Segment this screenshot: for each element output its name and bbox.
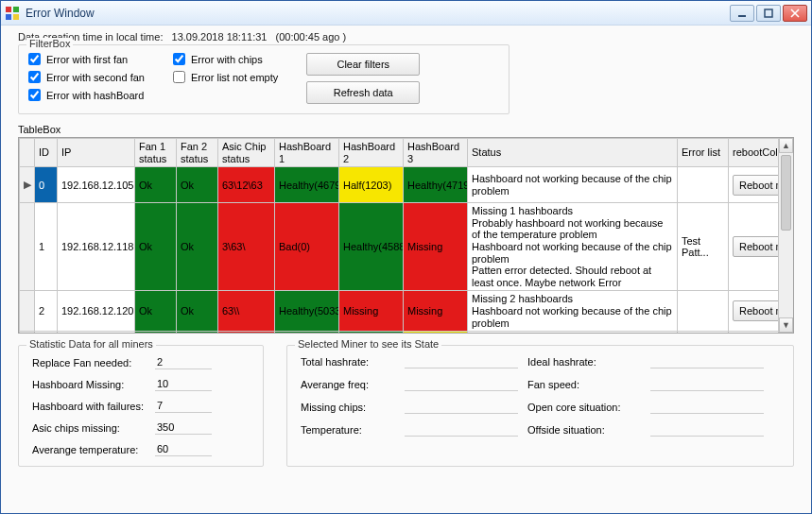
checkbox-error-chips[interactable]: Error with chips [173,53,278,65]
cell-reboot: Reboot miner [729,291,779,332]
table-row[interactable]: ▶0192.168.12.105OkOk63\12\63Healthy(4679… [20,167,779,203]
scroll-up-arrow-icon[interactable]: ▲ [779,138,793,153]
cell-asic[interactable]: 63\\ [218,291,275,332]
filter-box-legend: FilterBox [26,38,73,49]
cell-id[interactable]: 1 [35,203,58,291]
cell-hb2[interactable]: Healthy(4536) [339,332,404,333]
cell-hb2[interactable]: Half(1203) [339,167,404,203]
checkbox-label: Error with hashBoard [46,90,144,101]
checkbox-error-second-fan[interactable]: Error with second fan [28,71,145,83]
creation-time-ago: (00:00:45 ago ) [276,31,347,43]
svg-rect-1 [13,7,19,12]
cell-error-list[interactable] [678,167,729,203]
checkbox-input[interactable] [28,89,41,101]
cell-asic[interactable]: 63\63\60 [218,332,275,333]
table-row[interactable]: 1192.168.12.118OkOk3\63\Bad(0)Healthy(45… [20,203,779,291]
scroll-track[interactable] [779,153,793,317]
cell-fan1[interactable]: Ok [135,291,177,332]
reboot-miner-button[interactable]: Reboot miner [733,300,778,321]
cell-ip[interactable]: 192.168.12.144 [58,332,135,333]
checkbox-error-hashboard[interactable]: Error with hashBoard [28,89,145,101]
checkbox-input[interactable] [28,71,41,83]
cell-fan2[interactable]: Ok [177,167,218,203]
row-header[interactable] [20,291,35,332]
cell-hb1[interactable]: Healthy(4379) [275,332,339,333]
cell-status[interactable]: Missing 2 hashboards Hashboard not worki… [468,291,678,332]
table-header-row: ID IP Fan 1 status Fan 2 status Asic Chi… [20,139,779,167]
cell-status[interactable]: Missing 1 hashboards Probably hashboard … [468,203,678,291]
checkbox-input[interactable] [173,53,185,65]
missing-chips-value [405,401,518,414]
scroll-down-arrow-icon[interactable]: ▼ [779,317,793,333]
cell-ip[interactable]: 192.168.12.120 [58,291,135,332]
checkbox-input[interactable] [173,71,185,83]
cell-fan1[interactable]: Ok [135,167,177,203]
checkbox-error-list-not-empty[interactable]: Error list not empty [173,71,278,83]
cell-hb2[interactable]: Healthy(4588) [339,203,404,291]
cell-error-list[interactable] [678,291,729,332]
cell-hb1[interactable]: Healthy(5033) [275,291,339,332]
cell-ip[interactable]: 192.168.12.118 [58,203,135,291]
refresh-data-button[interactable]: Refresh data [306,81,420,104]
cell-id[interactable]: 2 [35,291,58,332]
cell-hb3[interactable]: Missing [404,203,468,291]
cell-id[interactable]: 3 [35,332,58,333]
selected-miner-legend: Selected Miner to see its State [295,338,441,350]
row-header[interactable]: ▶ [20,167,35,203]
maximize-button[interactable] [756,5,781,22]
col-id[interactable]: ID [35,139,58,167]
close-button[interactable] [783,5,807,22]
cell-fan2[interactable]: Ok [177,203,218,291]
col-asic[interactable]: Asic Chip status [218,139,275,167]
cell-asic[interactable]: 63\12\63 [218,167,275,203]
cell-hb2[interactable]: Missing [339,291,404,332]
missing-chips-label: Missing chips: [301,402,395,413]
checkbox-error-first-fan[interactable]: Error with first fan [28,53,145,65]
col-hb3[interactable]: HashBoard 3 [404,139,468,167]
offside-label: Offside situation: [527,424,641,436]
col-hb1[interactable]: HashBoard 1 [275,139,339,167]
svg-rect-3 [13,14,19,20]
window-frame: Error Window Data creation time in local… [0,0,812,514]
cell-fan2[interactable]: Ok [177,291,218,332]
open-core-value [650,401,764,414]
checkbox-label: Error with first fan [46,54,128,65]
cell-status[interactable]: Hashboard not working because of the chi… [468,167,678,203]
cell-ip[interactable]: 192.168.12.105 [58,167,135,203]
table-row[interactable]: 2192.168.12.120OkOk63\\Healthy(5033)Miss… [20,291,779,332]
cell-fan1[interactable]: Ok [135,332,177,333]
clear-filters-button[interactable]: Clear filters [306,53,420,76]
col-reboot[interactable]: rebootColumn [729,139,779,167]
avg-freq-value [405,378,518,391]
table-row[interactable]: 3192.168.12.144OkOk63\63\60Healthy(4379)… [20,332,779,333]
cell-hb1[interactable]: Bad(0) [275,203,339,291]
reboot-miner-button[interactable]: Reboot miner [733,175,778,196]
col-hb2[interactable]: HashBoard 2 [339,139,404,167]
col-fan2[interactable]: Fan 2 status [177,139,218,167]
reboot-miner-button[interactable]: Reboot miner [733,236,778,257]
row-header[interactable] [20,203,35,291]
cell-hb1[interactable]: Healthy(4679) [275,167,339,203]
scroll-thumb[interactable] [781,155,791,231]
col-status[interactable]: Status [468,139,678,167]
titlebar[interactable]: Error Window [1,1,811,26]
col-fan1[interactable]: Fan 1 status [135,139,177,167]
cell-fan2[interactable]: Ok [177,332,218,333]
minimize-button[interactable] [730,5,754,22]
row-header[interactable] [20,332,35,333]
col-ip[interactable]: IP [58,139,135,167]
cell-asic[interactable]: 3\63\ [218,203,275,291]
vertical-scrollbar[interactable]: ▲ ▼ [778,138,793,333]
cell-status[interactable]: Probably hashboard not working because o… [468,332,678,333]
cell-id[interactable]: 0 [35,167,58,203]
cell-hb3[interactable]: Healthy(4719) [404,167,468,203]
data-grid[interactable]: ID IP Fan 1 status Fan 2 status Asic Chi… [18,137,794,334]
cell-hb3[interactable]: Missing [404,291,468,332]
cell-hb3[interactable]: Half(2092) [404,332,468,333]
cell-fan1[interactable]: Ok [135,203,177,291]
checkbox-input[interactable] [28,53,41,65]
cell-error-list[interactable]: Test Patt... [678,332,729,333]
cell-error-list[interactable]: Test Patt... [678,203,729,291]
temperature-value [405,423,518,437]
col-error-list[interactable]: Error list [678,139,729,167]
